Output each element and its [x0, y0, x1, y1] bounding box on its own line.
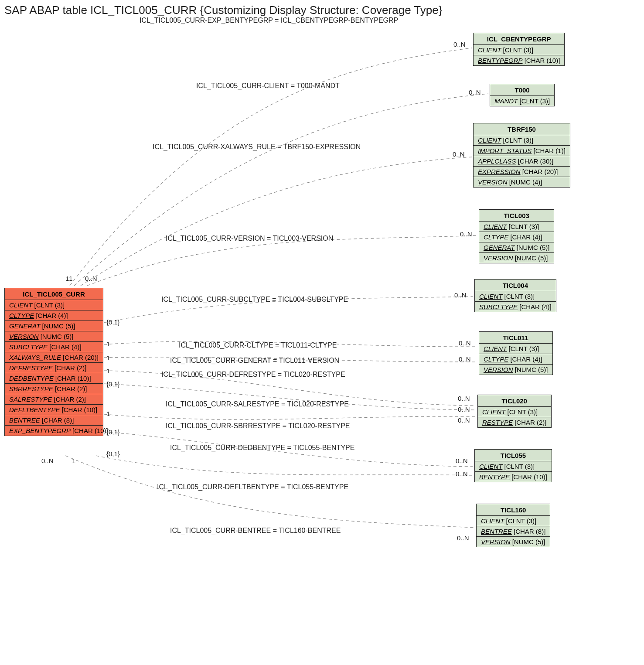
edge-label: ICL_TICL005_CURR-SBRRESTYPE = TICL020-RE…	[166, 422, 350, 430]
cardinality-label: {0,1}	[106, 380, 120, 388]
entity-field: CLIENT [CLNT (3)]	[474, 45, 564, 55]
cardinality-label: 0..N	[453, 150, 465, 158]
entity-field: BENTYPE [CHAR (10)]	[475, 472, 552, 482]
edge-label: ICL_TICL005_CURR-VERSION = TICL003-VERSI…	[166, 235, 333, 242]
edge-label: ICL_TICL005_CURR-SALRESTYPE = TICL020-RE…	[166, 400, 349, 408]
edge-label: ICL_TICL005_CURR-EXP_BENTYPEGRP = ICL_CB…	[140, 17, 398, 24]
entity-field: XALWAYS_RULE [CHAR (20)]	[5, 352, 103, 363]
cardinality-label: 0..N	[456, 470, 468, 477]
cardinality-label: {0,1}	[106, 450, 120, 457]
cardinality-label: 1	[106, 340, 110, 348]
entity-field: VERSION [NUMC (4)]	[474, 177, 570, 187]
entity-target: TICL011CLIENT [CLNT (3)]CLTYPE [CHAR (4)…	[479, 331, 553, 375]
entity-target-header: TICL055	[475, 450, 552, 461]
entity-primary-header: ICL_TICL005_CURR	[5, 288, 103, 300]
edge-label: ICL_TICL005_CURR-SUBCLTYPE = TICL004-SUB…	[161, 296, 348, 304]
entity-field: SUBCLTYPE [CHAR (4)]	[5, 342, 103, 352]
entity-field: GENERAT [NUMC (5)]	[5, 321, 103, 331]
entity-field: DEDBENTYPE [CHAR (10)]	[5, 373, 103, 384]
cardinality-label: 1	[106, 367, 110, 375]
entity-target: TICL003CLIENT [CLNT (3)]CLTYPE [CHAR (4)…	[479, 209, 554, 263]
entity-target-header: TICL003	[479, 210, 554, 222]
entity-field: GENERAT [NUMC (5)]	[479, 242, 554, 253]
entity-field: VERSION [NUMC (5)]	[479, 365, 552, 375]
cardinality-label: 0..N	[458, 406, 470, 413]
cardinality-label: 11	[65, 275, 73, 282]
entity-field: SALRESTYPE [CHAR (2)]	[5, 394, 103, 405]
cardinality-label: 0..N	[41, 457, 54, 464]
cardinality-label: 0..N	[459, 339, 471, 347]
entity-target-header: TICL004	[475, 280, 556, 291]
entity-field: CLIENT [CLNT (3)]	[479, 344, 552, 354]
entity-field: SUBCLTYPE [CHAR (4)]	[475, 302, 556, 312]
cardinality-label: 0..N	[458, 416, 470, 424]
entity-primary: ICL_TICL005_CURR CLIENT [CLNT (3)]CLTYPE…	[4, 288, 103, 436]
entity-target-header: T000	[490, 84, 554, 96]
entity-field: CLIENT [CLNT (3)]	[478, 407, 551, 417]
edge-label: ICL_TICL005_CURR-DEDBENTYPE = TICL055-BE…	[170, 444, 354, 452]
edge-label: ICL_TICL005_CURR-CLTYPE = TICL011-CLTYPE	[179, 341, 337, 349]
edge-label: ICL_TICL005_CURR-XALWAYS_RULE = TBRF150-…	[153, 143, 361, 151]
cardinality-label: 0..N	[453, 41, 466, 48]
edge-label: ICL_TICL005_CURR-CLIENT = T000-MANDT	[196, 82, 340, 90]
entity-field: CLTYPE [CHAR (4)]	[5, 310, 103, 321]
entity-field: CLIENT [CLNT (3)]	[475, 291, 556, 302]
cardinality-label: 1	[106, 354, 110, 361]
edge-label: ICL_TICL005_CURR-BENTREE = TICL160-BENTR…	[170, 527, 341, 535]
entity-target: TBRF150CLIENT [CLNT (3)]IMPORT_STATUS [C…	[473, 123, 570, 188]
entity-target: TICL160CLIENT [CLNT (3)]BENTREE [CHAR (8…	[476, 504, 550, 547]
cardinality-label: 0..N	[454, 291, 467, 299]
edge-label: ICL_TICL005_CURR-DEFRESTYPE = TICL020-RE…	[161, 371, 345, 379]
entity-field: DEFLTBENTYPE [CHAR (10)]	[5, 405, 103, 415]
entity-target: ICL_CBENTYPEGRPCLIENT [CLNT (3)]BENTYPEG…	[473, 33, 565, 66]
entity-field: SBRRESTYPE [CHAR (2)]	[5, 384, 103, 394]
entity-field: BENTYPEGRP [CHAR (10)]	[474, 55, 564, 65]
entity-field: CLIENT [CLNT (3)]	[477, 516, 550, 526]
cardinality-label: 0..N	[457, 534, 469, 542]
entity-field: MANDT [CLNT (3)]	[490, 96, 554, 106]
cardinality-label: 1	[106, 410, 110, 417]
entity-field: CLIENT [CLNT (3)]	[479, 222, 554, 232]
entity-field: VERSION [NUMC (5)]	[479, 253, 554, 263]
entity-field: DEFRESTYPE [CHAR (2)]	[5, 363, 103, 373]
entity-target: TICL055CLIENT [CLNT (3)]BENTYPE [CHAR (1…	[474, 449, 552, 482]
entity-target-header: TICL011	[479, 332, 552, 344]
entity-field: CLIENT [CLNT (3)]	[5, 300, 103, 310]
cardinality-label: {0,1}	[106, 318, 120, 326]
entity-field: BENTREE [CHAR (8)]	[5, 415, 103, 426]
cardinality-label: 0..N	[458, 395, 470, 402]
cardinality-label: 0..N	[460, 230, 472, 238]
entity-field: CLTYPE [CHAR (4)]	[479, 232, 554, 242]
entity-target: TICL020CLIENT [CLNT (3)]RESTYPE [CHAR (2…	[477, 395, 552, 428]
entity-field: BENTREE [CHAR (8)]	[477, 526, 550, 537]
page-title: SAP ABAP table ICL_TICL005_CURR {Customi…	[4, 3, 442, 17]
entity-field: IMPORT_STATUS [CHAR (1)]	[474, 146, 570, 156]
entity-field: VERSION [NUMC (5)]	[5, 331, 103, 342]
cardinality-label: 1	[72, 457, 75, 464]
edge-label: ICL_TICL005_CURR-DEFLTBENTYPE = TICL055-…	[157, 483, 348, 491]
cardinality-label: {0,1}	[106, 428, 120, 436]
entity-field: CLIENT [CLNT (3)]	[474, 135, 570, 146]
cardinality-label: 0..N	[85, 275, 97, 282]
entity-target-header: TBRF150	[474, 123, 570, 135]
cardinality-label: 0..N	[469, 89, 481, 96]
cardinality-label: 0..N	[456, 457, 468, 464]
entity-field: RESTYPE [CHAR (2)]	[478, 417, 551, 427]
entity-field: APPLCLASS [CHAR (30)]	[474, 156, 570, 167]
cardinality-label: 0..N	[459, 355, 471, 363]
edge-label: ICL_TICL005_CURR-GENERAT = TICL011-VERSI…	[170, 357, 339, 365]
entity-target-header: TICL160	[477, 504, 550, 516]
entity-field: EXP_BENTYPEGRP [CHAR (10)]	[5, 426, 103, 436]
entity-field: EXPRESSION [CHAR (20)]	[474, 167, 570, 177]
entity-target: T000MANDT [CLNT (3)]	[490, 84, 555, 106]
entity-field: VERSION [NUMC (5)]	[477, 537, 550, 547]
entity-field: CLIENT [CLNT (3)]	[475, 461, 552, 472]
entity-target-header: ICL_CBENTYPEGRP	[474, 33, 564, 45]
entity-target-header: TICL020	[478, 395, 551, 407]
entity-field: CLTYPE [CHAR (4)]	[479, 354, 552, 365]
entity-target: TICL004CLIENT [CLNT (3)]SUBCLTYPE [CHAR …	[474, 279, 556, 312]
